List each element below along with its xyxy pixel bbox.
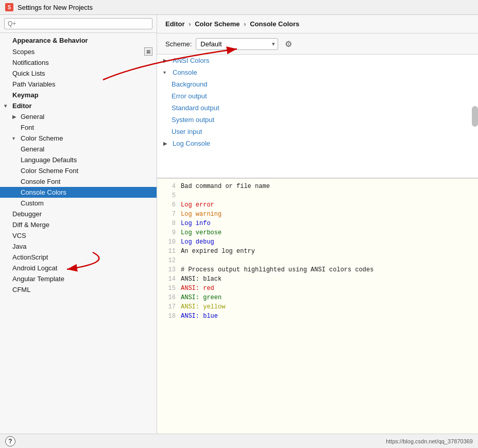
line-number: 18 xyxy=(161,313,176,320)
sidebar-item-general[interactable]: ▶ General xyxy=(0,111,157,122)
chevron-right-icon: ▶ xyxy=(163,141,169,146)
code-line: 6Log error xyxy=(157,201,478,211)
code-line: 12 xyxy=(157,257,478,266)
line-number: 15 xyxy=(161,285,176,292)
sidebar-item-actionscript[interactable]: ActionScript xyxy=(0,252,157,263)
tree-panel-item-ansi-colors[interactable]: ▶ ANSI Colors xyxy=(157,55,478,66)
line-text: Log verbose xyxy=(181,229,474,236)
bottom-bar: ? https://blog.csdn.net/qq_37870369 xyxy=(0,434,478,448)
line-text: Log error xyxy=(181,201,474,209)
scheme-label: Scheme: xyxy=(165,40,192,48)
line-number: 10 xyxy=(161,238,176,246)
code-line: 7Log warning xyxy=(157,211,478,220)
sidebar-tree: Appearance & Behavior Scopes ▦ Notificat… xyxy=(0,33,157,434)
code-line: 17ANSI: yellow xyxy=(157,303,478,313)
code-line: 11An expired log entry xyxy=(157,248,478,257)
breadcrumb: Editor › Color Scheme › Console Colors xyxy=(157,15,478,33)
window-title: Settings for New Projects xyxy=(18,4,93,11)
tree-panel-item-standard-output[interactable]: Standard output xyxy=(157,102,478,114)
code-line: 9Log verbose xyxy=(157,229,478,238)
chevron-down-icon: ▾ xyxy=(12,135,19,141)
scrollbar[interactable] xyxy=(472,106,478,127)
help-button[interactable]: ? xyxy=(5,436,15,446)
tree-panel-item-error-output[interactable]: Error output xyxy=(157,90,478,102)
sidebar-item-quick-lists[interactable]: Quick Lists xyxy=(0,68,157,79)
code-line: 10Log debug xyxy=(157,238,478,248)
line-number: 6 xyxy=(161,201,176,209)
search-input[interactable] xyxy=(4,18,152,29)
line-text: Log debug xyxy=(181,238,474,246)
code-line: 8Log info xyxy=(157,220,478,229)
gear-button[interactable]: ⚙ xyxy=(282,38,295,50)
line-number: 7 xyxy=(161,211,176,218)
code-preview: 4Bad command or file name56Log error7Log… xyxy=(157,178,478,434)
code-line: 18ANSI: blue xyxy=(157,313,478,322)
sidebar-item-vcs[interactable]: VCS xyxy=(0,230,157,241)
url-text: https://blog.csdn.net/qq_37870369 xyxy=(386,438,473,444)
line-number: 16 xyxy=(161,294,176,301)
sidebar-item-angular-template[interactable]: Angular Template xyxy=(0,273,157,284)
line-number: 14 xyxy=(161,275,176,283)
line-text: ANSI: green xyxy=(181,294,474,301)
sidebar-item-debugger[interactable]: Debugger xyxy=(0,209,157,219)
sidebar-item-language-defaults[interactable]: Language Defaults xyxy=(0,154,157,165)
chevron-right-icon: ▶ xyxy=(12,114,19,119)
app-icon: S xyxy=(5,3,13,11)
scopes-icon: ▦ xyxy=(144,47,152,56)
sidebar-item-android-logcat[interactable]: Android Logcat xyxy=(0,263,157,273)
line-number: 12 xyxy=(161,257,176,264)
sidebar-item-appearance-behavior[interactable]: Appearance & Behavior xyxy=(0,35,157,46)
sidebar-item-keymap[interactable]: Keymap xyxy=(0,90,157,100)
line-text: # Process output highlighted using ANSI … xyxy=(181,266,474,273)
line-text: Log warning xyxy=(181,211,474,218)
sidebar-item-custom[interactable]: Custom xyxy=(0,198,157,209)
line-text: Log info xyxy=(181,220,474,227)
line-number: 4 xyxy=(161,183,176,190)
code-line: 4Bad command or file name xyxy=(157,183,478,192)
tree-panel-item-background[interactable]: Background xyxy=(157,78,478,90)
sidebar: Appearance & Behavior Scopes ▦ Notificat… xyxy=(0,15,157,434)
sidebar-item-color-scheme[interactable]: ▾ Color Scheme xyxy=(0,133,157,144)
chevron-down-icon: ▾ xyxy=(4,103,10,109)
code-line: 15ANSI: red xyxy=(157,285,478,294)
sidebar-item-editor[interactable]: ▾ Editor xyxy=(0,100,157,111)
sidebar-item-cfml[interactable]: CFML xyxy=(0,284,157,295)
sidebar-item-scopes[interactable]: Scopes ▦ xyxy=(0,46,157,57)
tree-panel-item-user-input[interactable]: User input xyxy=(157,126,478,137)
search-box xyxy=(0,15,157,33)
sidebar-item-java[interactable]: Java xyxy=(0,241,157,252)
line-number: 5 xyxy=(161,192,176,199)
line-number: 11 xyxy=(161,248,176,255)
code-line: 16ANSI: green xyxy=(157,294,478,303)
title-bar: S Settings for New Projects xyxy=(0,0,478,15)
tree-panel-item-system-output[interactable]: System output xyxy=(157,114,478,126)
tree-panel: ▶ ANSI Colors ▾ Console Background Error… xyxy=(157,55,478,178)
scheme-select[interactable]: Default Darcula High Contrast xyxy=(196,38,278,50)
scheme-bar: Scheme: Default Darcula High Contrast ⚙ xyxy=(157,33,478,55)
line-text: ANSI: red xyxy=(181,285,474,292)
tree-panel-item-console[interactable]: ▾ Console xyxy=(157,66,478,78)
sidebar-item-notifications[interactable]: Notifications xyxy=(0,57,157,68)
sidebar-item-color-scheme-font[interactable]: Color Scheme Font xyxy=(0,165,157,176)
line-number: 17 xyxy=(161,303,176,311)
line-number: 9 xyxy=(161,229,176,236)
chevron-down-icon: ▾ xyxy=(163,70,169,75)
line-number: 13 xyxy=(161,266,176,273)
code-line: 5 xyxy=(157,192,478,201)
sidebar-item-diff-merge[interactable]: Diff & Merge xyxy=(0,219,157,230)
sidebar-item-console-colors[interactable]: Console Colors xyxy=(0,187,157,198)
sidebar-item-console-font[interactable]: Console Font xyxy=(0,176,157,187)
sidebar-item-path-variables[interactable]: Path Variables xyxy=(0,79,157,90)
sidebar-item-cs-general[interactable]: General xyxy=(0,144,157,154)
line-number: 8 xyxy=(161,220,176,227)
tree-panel-item-log-console[interactable]: ▶ Log Console xyxy=(157,137,478,149)
content-panel: Editor › Color Scheme › Console Colors S… xyxy=(157,15,478,434)
line-text: Bad command or file name xyxy=(181,183,474,190)
line-text: ANSI: yellow xyxy=(181,303,474,311)
scheme-select-wrapper: Default Darcula High Contrast xyxy=(196,38,278,50)
line-text: An expired log entry xyxy=(181,248,474,255)
code-line: 13# Process output highlighted using ANS… xyxy=(157,266,478,275)
sidebar-item-font[interactable]: Font xyxy=(0,122,157,133)
line-text: ANSI: black xyxy=(181,275,474,283)
code-line: 14ANSI: black xyxy=(157,275,478,285)
